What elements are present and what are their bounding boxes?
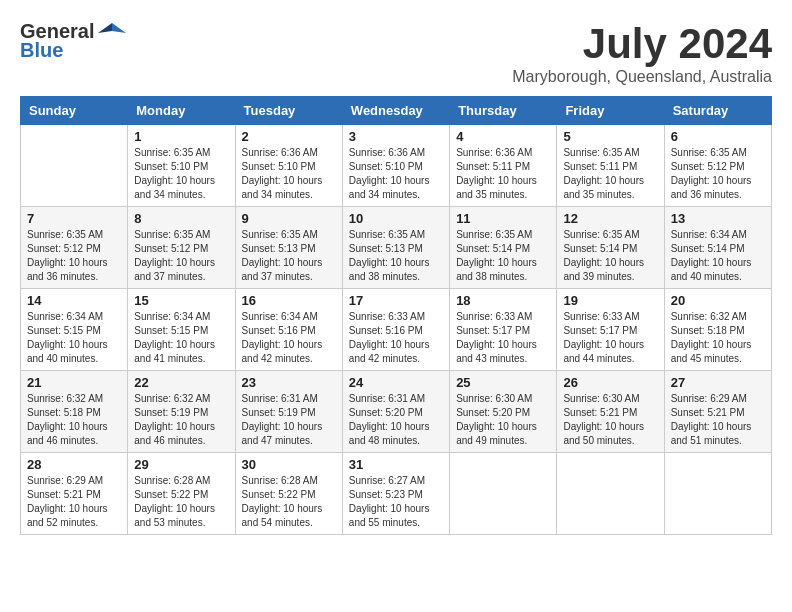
day-info: Sunrise: 6:35 AM Sunset: 5:12 PM Dayligh… xyxy=(671,146,765,202)
calendar-cell xyxy=(450,453,557,535)
calendar-cell: 29Sunrise: 6:28 AM Sunset: 5:22 PM Dayli… xyxy=(128,453,235,535)
day-number: 14 xyxy=(27,293,121,308)
calendar-cell: 8Sunrise: 6:35 AM Sunset: 5:12 PM Daylig… xyxy=(128,207,235,289)
calendar-cell xyxy=(21,125,128,207)
logo: General Blue xyxy=(20,20,126,62)
day-info: Sunrise: 6:35 AM Sunset: 5:12 PM Dayligh… xyxy=(134,228,228,284)
day-number: 16 xyxy=(242,293,336,308)
calendar-cell: 16Sunrise: 6:34 AM Sunset: 5:16 PM Dayli… xyxy=(235,289,342,371)
day-number: 24 xyxy=(349,375,443,390)
calendar-cell: 31Sunrise: 6:27 AM Sunset: 5:23 PM Dayli… xyxy=(342,453,449,535)
calendar-cell: 12Sunrise: 6:35 AM Sunset: 5:14 PM Dayli… xyxy=(557,207,664,289)
calendar-cell: 25Sunrise: 6:30 AM Sunset: 5:20 PM Dayli… xyxy=(450,371,557,453)
calendar-header-row: SundayMondayTuesdayWednesdayThursdayFrid… xyxy=(21,97,772,125)
column-header-thursday: Thursday xyxy=(450,97,557,125)
day-number: 19 xyxy=(563,293,657,308)
calendar-cell: 9Sunrise: 6:35 AM Sunset: 5:13 PM Daylig… xyxy=(235,207,342,289)
calendar-cell: 21Sunrise: 6:32 AM Sunset: 5:18 PM Dayli… xyxy=(21,371,128,453)
day-number: 18 xyxy=(456,293,550,308)
calendar-cell: 20Sunrise: 6:32 AM Sunset: 5:18 PM Dayli… xyxy=(664,289,771,371)
day-number: 6 xyxy=(671,129,765,144)
calendar-cell: 17Sunrise: 6:33 AM Sunset: 5:16 PM Dayli… xyxy=(342,289,449,371)
day-info: Sunrise: 6:33 AM Sunset: 5:17 PM Dayligh… xyxy=(456,310,550,366)
calendar-cell: 11Sunrise: 6:35 AM Sunset: 5:14 PM Dayli… xyxy=(450,207,557,289)
day-number: 22 xyxy=(134,375,228,390)
day-info: Sunrise: 6:32 AM Sunset: 5:19 PM Dayligh… xyxy=(134,392,228,448)
calendar-cell: 2Sunrise: 6:36 AM Sunset: 5:10 PM Daylig… xyxy=(235,125,342,207)
day-number: 17 xyxy=(349,293,443,308)
day-info: Sunrise: 6:27 AM Sunset: 5:23 PM Dayligh… xyxy=(349,474,443,530)
calendar-cell: 13Sunrise: 6:34 AM Sunset: 5:14 PM Dayli… xyxy=(664,207,771,289)
day-info: Sunrise: 6:34 AM Sunset: 5:15 PM Dayligh… xyxy=(27,310,121,366)
day-number: 2 xyxy=(242,129,336,144)
day-info: Sunrise: 6:33 AM Sunset: 5:17 PM Dayligh… xyxy=(563,310,657,366)
day-info: Sunrise: 6:35 AM Sunset: 5:14 PM Dayligh… xyxy=(563,228,657,284)
day-info: Sunrise: 6:35 AM Sunset: 5:14 PM Dayligh… xyxy=(456,228,550,284)
day-info: Sunrise: 6:35 AM Sunset: 5:13 PM Dayligh… xyxy=(349,228,443,284)
calendar-cell: 7Sunrise: 6:35 AM Sunset: 5:12 PM Daylig… xyxy=(21,207,128,289)
calendar-cell: 24Sunrise: 6:31 AM Sunset: 5:20 PM Dayli… xyxy=(342,371,449,453)
day-info: Sunrise: 6:35 AM Sunset: 5:10 PM Dayligh… xyxy=(134,146,228,202)
day-number: 26 xyxy=(563,375,657,390)
day-info: Sunrise: 6:30 AM Sunset: 5:20 PM Dayligh… xyxy=(456,392,550,448)
logo-bird-icon xyxy=(98,21,126,43)
calendar-cell: 5Sunrise: 6:35 AM Sunset: 5:11 PM Daylig… xyxy=(557,125,664,207)
day-number: 27 xyxy=(671,375,765,390)
calendar-cell: 22Sunrise: 6:32 AM Sunset: 5:19 PM Dayli… xyxy=(128,371,235,453)
day-info: Sunrise: 6:31 AM Sunset: 5:20 PM Dayligh… xyxy=(349,392,443,448)
calendar-cell: 10Sunrise: 6:35 AM Sunset: 5:13 PM Dayli… xyxy=(342,207,449,289)
calendar-cell: 6Sunrise: 6:35 AM Sunset: 5:12 PM Daylig… xyxy=(664,125,771,207)
calendar-table: SundayMondayTuesdayWednesdayThursdayFrid… xyxy=(20,96,772,535)
column-header-monday: Monday xyxy=(128,97,235,125)
calendar-week-row: 14Sunrise: 6:34 AM Sunset: 5:15 PM Dayli… xyxy=(21,289,772,371)
calendar-cell xyxy=(557,453,664,535)
day-number: 25 xyxy=(456,375,550,390)
calendar-cell: 27Sunrise: 6:29 AM Sunset: 5:21 PM Dayli… xyxy=(664,371,771,453)
calendar-cell: 15Sunrise: 6:34 AM Sunset: 5:15 PM Dayli… xyxy=(128,289,235,371)
day-number: 9 xyxy=(242,211,336,226)
column-header-sunday: Sunday xyxy=(21,97,128,125)
calendar-cell: 18Sunrise: 6:33 AM Sunset: 5:17 PM Dayli… xyxy=(450,289,557,371)
main-title: July 2024 xyxy=(512,20,772,68)
calendar-cell: 26Sunrise: 6:30 AM Sunset: 5:21 PM Dayli… xyxy=(557,371,664,453)
calendar-cell: 14Sunrise: 6:34 AM Sunset: 5:15 PM Dayli… xyxy=(21,289,128,371)
calendar-week-row: 1Sunrise: 6:35 AM Sunset: 5:10 PM Daylig… xyxy=(21,125,772,207)
calendar-cell: 19Sunrise: 6:33 AM Sunset: 5:17 PM Dayli… xyxy=(557,289,664,371)
day-info: Sunrise: 6:36 AM Sunset: 5:10 PM Dayligh… xyxy=(349,146,443,202)
day-number: 1 xyxy=(134,129,228,144)
day-info: Sunrise: 6:29 AM Sunset: 5:21 PM Dayligh… xyxy=(671,392,765,448)
day-number: 20 xyxy=(671,293,765,308)
calendar-week-row: 7Sunrise: 6:35 AM Sunset: 5:12 PM Daylig… xyxy=(21,207,772,289)
day-number: 3 xyxy=(349,129,443,144)
calendar-cell: 28Sunrise: 6:29 AM Sunset: 5:21 PM Dayli… xyxy=(21,453,128,535)
calendar-cell: 30Sunrise: 6:28 AM Sunset: 5:22 PM Dayli… xyxy=(235,453,342,535)
subtitle: Maryborough, Queensland, Australia xyxy=(512,68,772,86)
day-number: 8 xyxy=(134,211,228,226)
calendar-week-row: 21Sunrise: 6:32 AM Sunset: 5:18 PM Dayli… xyxy=(21,371,772,453)
day-number: 10 xyxy=(349,211,443,226)
day-info: Sunrise: 6:36 AM Sunset: 5:11 PM Dayligh… xyxy=(456,146,550,202)
calendar-cell: 23Sunrise: 6:31 AM Sunset: 5:19 PM Dayli… xyxy=(235,371,342,453)
day-number: 30 xyxy=(242,457,336,472)
day-info: Sunrise: 6:29 AM Sunset: 5:21 PM Dayligh… xyxy=(27,474,121,530)
day-number: 11 xyxy=(456,211,550,226)
calendar-cell: 4Sunrise: 6:36 AM Sunset: 5:11 PM Daylig… xyxy=(450,125,557,207)
day-info: Sunrise: 6:32 AM Sunset: 5:18 PM Dayligh… xyxy=(671,310,765,366)
day-number: 4 xyxy=(456,129,550,144)
day-number: 15 xyxy=(134,293,228,308)
day-info: Sunrise: 6:35 AM Sunset: 5:13 PM Dayligh… xyxy=(242,228,336,284)
svg-marker-0 xyxy=(112,23,126,33)
calendar-cell xyxy=(664,453,771,535)
calendar-cell: 1Sunrise: 6:35 AM Sunset: 5:10 PM Daylig… xyxy=(128,125,235,207)
day-number: 28 xyxy=(27,457,121,472)
day-number: 5 xyxy=(563,129,657,144)
day-number: 12 xyxy=(563,211,657,226)
title-area: July 2024 Maryborough, Queensland, Austr… xyxy=(512,20,772,86)
day-number: 29 xyxy=(134,457,228,472)
day-info: Sunrise: 6:28 AM Sunset: 5:22 PM Dayligh… xyxy=(242,474,336,530)
day-info: Sunrise: 6:35 AM Sunset: 5:12 PM Dayligh… xyxy=(27,228,121,284)
day-info: Sunrise: 6:35 AM Sunset: 5:11 PM Dayligh… xyxy=(563,146,657,202)
calendar-week-row: 28Sunrise: 6:29 AM Sunset: 5:21 PM Dayli… xyxy=(21,453,772,535)
day-info: Sunrise: 6:32 AM Sunset: 5:18 PM Dayligh… xyxy=(27,392,121,448)
day-info: Sunrise: 6:33 AM Sunset: 5:16 PM Dayligh… xyxy=(349,310,443,366)
